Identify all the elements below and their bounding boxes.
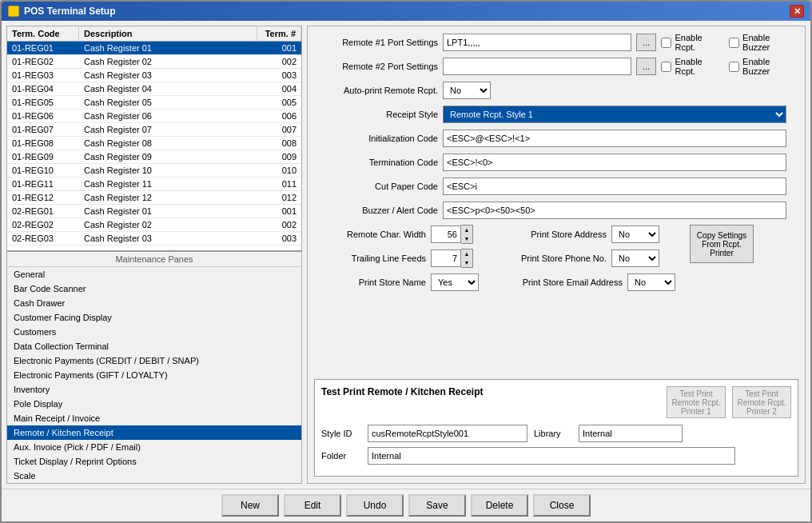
td-num: 007	[257, 123, 301, 136]
folder-label: Folder	[321, 451, 361, 461]
new-button[interactable]: New	[221, 494, 279, 517]
title-bar: POS Terminal Setup ✕	[2, 2, 810, 21]
table-row[interactable]: 01-REG12 Cash Register 12 012	[7, 191, 301, 205]
char-width-input[interactable]	[431, 226, 461, 243]
title-bar-left: POS Terminal Setup	[8, 6, 115, 17]
char-width-spinbox-buttons: ▲ ▼	[461, 225, 473, 244]
store-email-dropdown[interactable]: No Yes	[627, 273, 675, 291]
receipt-style-label: Receipt Style	[314, 110, 438, 119]
window-close-button[interactable]: ✕	[790, 5, 804, 18]
char-width-down-button[interactable]: ▼	[461, 234, 472, 243]
receipt-style-dropdown[interactable]: Remote Rcpt. Style 1	[443, 106, 786, 123]
table-row[interactable]: 01-REG11 Cash Register 11 011	[7, 178, 301, 191]
table-row[interactable]: 01-REG01 Cash Register 01 001	[7, 42, 301, 55]
close-button[interactable]: Close	[533, 494, 591, 517]
init-code-input[interactable]	[443, 130, 786, 147]
footer: New Edit Undo Save Delete Close	[2, 489, 810, 521]
table-row[interactable]: 01-REG02 Cash Register 02 002	[7, 55, 301, 69]
save-button[interactable]: Save	[408, 494, 466, 517]
char-width-label: Remote Char. Width	[314, 230, 426, 239]
pane-item[interactable]: Electronic Payments (CREDIT / DEBIT / SN…	[7, 353, 301, 368]
td-desc: Cash Register 04	[79, 82, 257, 95]
store-email-row: Print Store Email Address No Yes	[495, 273, 675, 292]
style-id-input[interactable]	[368, 425, 527, 442]
char-width-up-button[interactable]: ▲	[461, 226, 472, 234]
undo-button[interactable]: Undo	[346, 494, 404, 517]
td-code: 01-REG04	[7, 82, 79, 95]
remote1-enable-rcpt-checkbox[interactable]	[661, 38, 671, 48]
remote1-enable-buzzer-checkbox[interactable]	[729, 38, 739, 48]
library-label: Library	[534, 429, 572, 438]
library-input[interactable]	[579, 425, 683, 442]
remote2-input[interactable]	[443, 58, 631, 75]
td-num: 008	[257, 137, 301, 150]
main-content: Term. Code Description Term. # 01-REG01 …	[2, 21, 810, 489]
td-desc: Cash Register 12	[79, 191, 257, 204]
test-print-printer1-button[interactable]: Test Print Remote Rcpt. Printer 1	[667, 386, 726, 418]
remote2-dots-button[interactable]: ...	[636, 58, 657, 75]
table-row[interactable]: 01-REG10 Cash Register 10 010	[7, 164, 301, 178]
pane-item[interactable]: Main Receipt / Invoice	[7, 411, 301, 425]
buzzer-input[interactable]	[443, 202, 786, 219]
term-code-input[interactable]	[443, 154, 786, 171]
table-row[interactable]: 01-REG08 Cash Register 08 008	[7, 137, 301, 150]
char-width-row: Remote Char. Width ▲ ▼	[314, 225, 479, 244]
test-print-title: Test Print Remote / Kitchen Receipt	[321, 386, 483, 397]
remote2-enable-rcpt-group: Enable Rcpt.	[661, 57, 724, 76]
td-num: 009	[257, 150, 301, 163]
table-row[interactable]: 02-REG01 Cash Register 01 001	[7, 205, 301, 218]
pane-item[interactable]: Customers	[7, 325, 301, 339]
table-row[interactable]: 02-REG02 Cash Register 02 002	[7, 218, 301, 232]
table-row[interactable]: 01-REG05 Cash Register 05 005	[7, 96, 301, 110]
autoprint-dropdown[interactable]: No Yes	[443, 82, 491, 99]
pane-item[interactable]: Scale	[7, 469, 301, 483]
terminal-table[interactable]: 01-REG01 Cash Register 01 001 01-REG02 C…	[7, 42, 301, 250]
delete-button[interactable]: Delete	[471, 494, 528, 517]
pane-item[interactable]: Inventory	[7, 382, 301, 397]
autoprint-row: Auto-print Remote Rcpt. No Yes	[314, 81, 798, 100]
trailing-feeds-down-button[interactable]: ▼	[461, 258, 472, 267]
pos-terminal-setup-window: POS Terminal Setup ✕ Term. Code Descript…	[0, 0, 812, 523]
edit-button[interactable]: Edit	[284, 494, 341, 517]
middle-section: Remote Char. Width ▲ ▼ Trailing Line Fee…	[314, 225, 798, 292]
test-print-printer2-button[interactable]: Test Print Remote Rcpt. Printer 2	[732, 386, 791, 418]
pane-item[interactable]: Data Collection Terminal	[7, 339, 301, 353]
table-row[interactable]: 01-REG03 Cash Register 03 003	[7, 69, 301, 82]
table-row[interactable]: 01-REG06 Cash Register 06 006	[7, 110, 301, 123]
copy-settings-button[interactable]: Copy Settings From Rcpt. Printer	[690, 225, 754, 263]
table-row[interactable]: 01-REG07 Cash Register 07 007	[7, 123, 301, 137]
panes-list: GeneralBar Code ScannerCash DrawerCustom…	[7, 267, 301, 483]
td-num: 012	[257, 191, 301, 204]
store-address-dropdown[interactable]: No Yes	[611, 226, 659, 243]
pane-item[interactable]: Remote / Kitchen Receipt	[7, 425, 301, 440]
table-row[interactable]: 01-REG04 Cash Register 04 004	[7, 82, 301, 96]
remote2-enable-rcpt-checkbox[interactable]	[661, 62, 671, 72]
td-num: 002	[257, 55, 301, 68]
table-row[interactable]: 01-REG09 Cash Register 09 009	[7, 150, 301, 164]
pane-item[interactable]: Ticket Display / Reprint Options	[7, 454, 301, 469]
pane-item[interactable]: Bar Code Scanner	[7, 281, 301, 296]
trailing-feeds-input[interactable]	[431, 250, 461, 267]
td-num: 005	[257, 96, 301, 109]
pane-item[interactable]: Pole Display	[7, 397, 301, 411]
remote1-enable-buzzer-label: Enable Buzzer	[742, 33, 798, 52]
store-name-dropdown[interactable]: Yes No	[431, 273, 479, 291]
cut-paper-input[interactable]	[443, 178, 786, 195]
remote1-input[interactable]	[443, 34, 631, 51]
pane-item[interactable]: General	[7, 267, 301, 281]
td-code: 01-REG11	[7, 178, 79, 190]
pane-item[interactable]: Electronic Payments (GIFT / LOYALTY)	[7, 368, 301, 382]
td-code: 02-REG03	[7, 232, 79, 245]
trailing-feeds-row: Trailing Line Feeds ▲ ▼	[314, 249, 479, 268]
store-phone-dropdown[interactable]: No Yes	[611, 250, 659, 267]
table-row[interactable]: 02-REG03 Cash Register 03 003	[7, 232, 301, 246]
trailing-feeds-up-button[interactable]: ▲	[461, 250, 472, 258]
pane-item[interactable]: Cash Drawer	[7, 296, 301, 310]
col-header-description: Description	[79, 26, 257, 41]
remote1-dots-button[interactable]: ...	[636, 34, 657, 51]
remote2-enable-buzzer-checkbox[interactable]	[729, 62, 739, 72]
folder-input[interactable]	[368, 447, 735, 465]
pane-item[interactable]: Customer Facing Display	[7, 310, 301, 325]
char-width-spinbox: ▲ ▼	[431, 225, 473, 244]
pane-item[interactable]: Aux. Invoice (Pick / PDF / Email)	[7, 440, 301, 454]
